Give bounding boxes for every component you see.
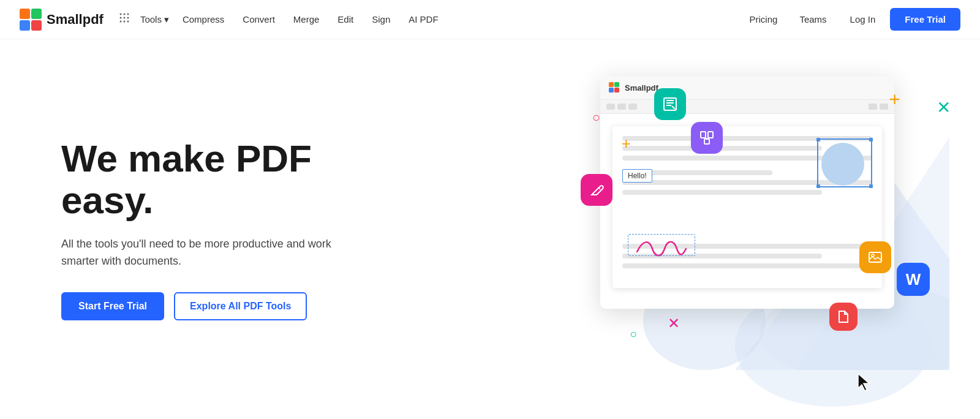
gold-plus-decoration: + xyxy=(889,88,900,111)
selection-box xyxy=(817,138,872,187)
svg-point-10 xyxy=(119,21,121,23)
svg-point-7 xyxy=(119,17,121,19)
start-free-trial-button[interactable]: Start Free Trial xyxy=(61,292,164,320)
toolbar-item xyxy=(606,104,615,110)
toolbar-item xyxy=(617,104,626,110)
logo[interactable]: Smallpdf xyxy=(20,9,104,31)
hero-section: We make PDF easy. All the tools you'll n… xyxy=(0,39,980,419)
cursor-arrow-icon xyxy=(856,372,873,398)
red-pdf-icon xyxy=(829,303,858,331)
free-trial-nav-button[interactable]: Free Trial xyxy=(890,8,960,31)
editor-window: Smallpdf H xyxy=(600,76,894,309)
hero-title: We make PDF easy. xyxy=(61,138,380,221)
hero-buttons: Start Free Trial Explore All PDF Tools xyxy=(61,292,380,320)
hello-text-box: Hello! xyxy=(622,169,652,183)
teal-x-decoration: ✕ xyxy=(937,97,951,118)
selection-handle xyxy=(869,138,873,142)
nav-sign[interactable]: Sign xyxy=(363,9,399,29)
signature-area xyxy=(631,236,692,263)
login-button[interactable]: Log In xyxy=(840,9,886,29)
editor-toolbar xyxy=(600,100,894,114)
explore-tools-button[interactable]: Explore All PDF Tools xyxy=(174,292,307,320)
toolbar-item xyxy=(880,104,888,110)
nav-right: Pricing Teams Log In Free Trial xyxy=(741,8,960,31)
hero-subtitle: All the tools you'll need to be more pro… xyxy=(61,236,355,270)
yellow-image-icon xyxy=(859,241,891,273)
svg-rect-17 xyxy=(614,82,619,87)
grid-icon[interactable] xyxy=(118,12,130,27)
svg-rect-22 xyxy=(708,132,713,138)
logo-icon xyxy=(20,9,42,31)
nav-convert[interactable]: Convert xyxy=(234,9,284,29)
svg-rect-1 xyxy=(31,9,42,19)
gold-plus-decoration-2: + xyxy=(622,134,631,153)
doc-line xyxy=(622,263,872,268)
editor-titlebar: Smallpdf xyxy=(600,76,894,100)
pink-x-decoration: ✕ xyxy=(668,315,680,332)
svg-point-9 xyxy=(127,17,129,19)
nav-merge[interactable]: Merge xyxy=(285,9,328,29)
nav-links: Compress Convert Merge Edit Sign AI PDF xyxy=(174,9,447,29)
selection-handle xyxy=(869,184,873,188)
pink-sign-icon xyxy=(581,174,612,206)
svg-rect-16 xyxy=(609,82,614,87)
nav-pricing[interactable]: Pricing xyxy=(741,9,786,29)
svg-rect-2 xyxy=(20,20,30,31)
editor-title: Smallpdf xyxy=(625,83,658,92)
selection-handle xyxy=(816,138,820,142)
teal-edit-icon xyxy=(654,88,686,120)
nav-compress[interactable]: Compress xyxy=(174,9,233,29)
red-circle-decoration: ○ xyxy=(592,110,600,126)
toolbar-item xyxy=(869,104,877,110)
svg-point-6 xyxy=(127,13,129,15)
purple-compress-icon xyxy=(691,122,723,154)
svg-rect-0 xyxy=(20,9,30,19)
document-page: Hello! xyxy=(612,126,882,288)
teal-circle-decoration: ○ xyxy=(630,327,637,341)
svg-point-11 xyxy=(123,21,125,23)
nav-ai-pdf[interactable]: AI PDF xyxy=(400,9,447,29)
selection-handle xyxy=(816,184,820,188)
svg-rect-23 xyxy=(704,139,709,144)
hero-illustration: Smallpdf H xyxy=(429,39,980,419)
editor-body: Hello! xyxy=(600,114,894,300)
svg-rect-21 xyxy=(701,132,706,138)
nav-teams[interactable]: Teams xyxy=(791,9,835,29)
svg-point-4 xyxy=(119,13,121,15)
chevron-down-icon: ▾ xyxy=(164,14,169,25)
svg-point-12 xyxy=(127,21,129,23)
hero-text-content: We make PDF easy. All the tools you'll n… xyxy=(61,138,380,320)
editor-logo-icon xyxy=(609,82,620,93)
svg-point-8 xyxy=(123,17,125,19)
svg-rect-19 xyxy=(614,88,619,92)
selection-circle xyxy=(821,143,864,186)
logo-text: Smallpdf xyxy=(47,12,104,28)
svg-rect-18 xyxy=(609,88,614,92)
svg-point-5 xyxy=(123,13,125,15)
navbar: Smallpdf Tools ▾ Compress Convert Merge … xyxy=(0,0,980,39)
tools-dropdown-button[interactable]: Tools ▾ xyxy=(135,12,174,28)
toolbar-item xyxy=(628,104,637,110)
svg-rect-3 xyxy=(31,20,42,31)
nav-edit[interactable]: Edit xyxy=(329,9,362,29)
doc-line xyxy=(622,190,822,195)
blue-word-icon: W xyxy=(897,263,930,296)
